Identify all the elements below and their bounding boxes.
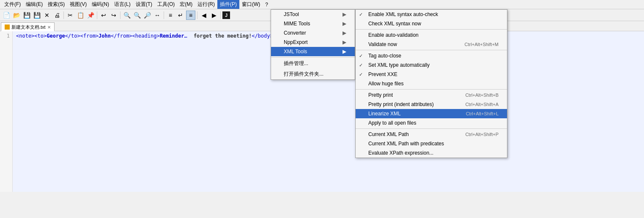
save-all-button[interactable]: 💾: [32, 11, 41, 20]
sep2: [97, 11, 97, 19]
menu-search[interactable]: 搜索(S): [45, 0, 67, 9]
shortcut-pretty-print-indent: Ctrl+Alt+Shift+A: [465, 102, 499, 107]
xml-tag-from-open: <from>: [80, 33, 99, 39]
xml-tag-note-open: <note>: [16, 33, 34, 39]
xmltools-current-xml-path[interactable]: Current XML Path Ctrl+Alt+Shift+P: [356, 130, 507, 139]
menu-help[interactable]: ?: [263, 1, 271, 8]
nav-left-button[interactable]: ◀: [199, 11, 208, 20]
plugin-menu-mimetools[interactable]: MIME Tools ▶: [271, 19, 355, 28]
new-button[interactable]: 📄: [2, 11, 11, 20]
plugin-menu: JSTool ▶ MIME Tools ▶ Converter ▶ NppExp…: [271, 9, 355, 80]
xml-tag-heading-open: <heading>: [132, 33, 160, 39]
menu-tools[interactable]: 工具(O): [155, 0, 177, 9]
replace-button[interactable]: ↔: [153, 11, 162, 20]
xml-tag-body-text-truncated: …: [184, 33, 187, 39]
menu-run[interactable]: 运行(R): [195, 0, 217, 9]
plugin-menu-open-folder[interactable]: 打开插件文件夹...: [271, 69, 355, 79]
menu-encode[interactable]: 编码(N): [89, 0, 112, 9]
xmltools-validate-now[interactable]: Validate now Ctrl+Alt+Shift+M: [356, 40, 507, 49]
sep4: [164, 11, 164, 19]
open-button[interactable]: 📂: [12, 11, 21, 20]
xmltools-evaluate-xpath[interactable]: Evaluate XPath expression...: [356, 148, 507, 158]
arrow-icon: ▶: [343, 21, 346, 27]
cut-button[interactable]: ✂: [66, 11, 75, 20]
tab-label: 新建文本文档.txt: [11, 24, 46, 30]
sep5: [197, 11, 197, 19]
print-button[interactable]: 🖨: [52, 11, 62, 20]
separator: [271, 57, 355, 57]
shortcut-current-path: Ctrl+Alt+Shift+P: [465, 132, 499, 137]
j-icon: J: [222, 11, 230, 19]
separator: [356, 89, 507, 90]
plugin-menu-manage[interactable]: 插件管理...: [271, 58, 355, 69]
wrap-button[interactable]: ↵: [176, 11, 185, 20]
xmltools-set-xml-type[interactable]: Set XML type automatically: [356, 60, 507, 70]
xmltools-tag-autoclose[interactable]: Tag auto-close: [356, 51, 507, 60]
indent-button[interactable]: ≡: [166, 11, 175, 20]
format-button[interactable]: ≡: [186, 11, 195, 20]
arrow-icon: ▶: [343, 49, 346, 54]
xmltools-check-now[interactable]: Check XML syntax now: [356, 19, 507, 28]
sep3: [120, 11, 121, 19]
menu-plugins[interactable]: 插件(P): [217, 0, 239, 9]
xml-content-john: John: [99, 33, 111, 39]
close-button[interactable]: ✕: [42, 11, 52, 20]
arrow-icon: ▶: [343, 30, 346, 36]
line-numbers: 1: [0, 31, 13, 192]
xmltools-linearize-xml[interactable]: Linearize XML Ctrl+Alt+Shift+L: [356, 109, 507, 118]
sep6: [220, 11, 221, 19]
arrow-icon: ▶: [343, 11, 346, 17]
plugin-menu-nppexport[interactable]: NppExport ▶: [271, 38, 355, 47]
menu-settings[interactable]: 设置(T): [133, 0, 155, 9]
separator: [356, 128, 507, 129]
xmltools-pretty-print[interactable]: Pretty print Ctrl+Alt+Shift+B: [356, 90, 507, 100]
zoom-out-button[interactable]: 🔍: [132, 11, 142, 20]
undo-button[interactable]: ↩: [99, 11, 108, 20]
zoom-in-button[interactable]: 🔍: [122, 11, 132, 20]
menubar: 文件(F) 编辑(E) 搜索(S) 视图(V) 编码(N) 语言(L) 设置(T…: [0, 0, 644, 9]
xmltools-current-xml-path-predicates[interactable]: Current XML Path with predicates: [356, 139, 507, 148]
xmltools-enable-autovalidation[interactable]: Enable auto-validation: [356, 30, 507, 40]
copy-button[interactable]: 📋: [76, 11, 85, 20]
menu-window[interactable]: 窗口(W): [239, 0, 263, 9]
xmltools-enable-syntax-check[interactable]: Enable XML syntax auto-check: [356, 10, 507, 19]
menu-file[interactable]: 文件(F): [2, 0, 23, 9]
menu-language[interactable]: 语言(L): [112, 0, 133, 9]
xml-content-reminder: Reminder: [160, 33, 184, 39]
redo-button[interactable]: ↪: [109, 11, 118, 20]
xmltools-prevent-xxe[interactable]: Prevent XXE: [356, 70, 507, 79]
nav-right-button[interactable]: ▶: [209, 11, 219, 20]
paste-button[interactable]: 📌: [86, 11, 95, 20]
separator: [356, 50, 507, 50]
xml-tag-to-open: <to>: [34, 33, 47, 39]
sep1: [63, 11, 64, 19]
file-type-icon: [5, 25, 10, 30]
menu-macro[interactable]: 宏(M): [177, 0, 195, 9]
shortcut-validate: Ctrl+Alt+Shift+M: [465, 42, 499, 47]
xmltools-pretty-print-indent[interactable]: Pretty print (indent attributes) Ctrl+Al…: [356, 100, 507, 109]
separator: [356, 29, 507, 30]
shortcut-linearize: Ctrl+Alt+Shift+L: [466, 111, 499, 116]
menu-edit[interactable]: 编辑(E): [23, 0, 45, 9]
shortcut-pretty-print: Ctrl+Alt+Shift+B: [465, 93, 499, 98]
xmltools-apply-all-open[interactable]: Apply to all open files: [356, 118, 507, 128]
tab-new-file[interactable]: 新建文本文档.txt ✕: [1, 22, 55, 31]
find-button[interactable]: 🔎: [143, 11, 152, 20]
xml-tag-from-close: </from>: [111, 33, 132, 39]
plugin-menu-converter[interactable]: Converter ▶: [271, 28, 355, 38]
xmltools-allow-huge-files[interactable]: Allow huge files: [356, 79, 507, 88]
xml-tag-to-close: </to>: [65, 33, 80, 39]
arrow-icon: ▶: [343, 39, 346, 45]
xmltools-menu: Enable XML syntax auto-check Check XML s…: [355, 9, 507, 158]
plugin-menu-jstool[interactable]: JSTool ▶: [271, 10, 355, 19]
line-number-1: 1: [3, 33, 10, 39]
menu-view[interactable]: 视图(V): [67, 0, 89, 9]
save-button[interactable]: 💾: [22, 11, 31, 20]
tab-close-button[interactable]: ✕: [47, 25, 51, 30]
plugin-menu-xmltools[interactable]: XML Tools ▶: [271, 47, 355, 56]
xml-content-george: George: [47, 33, 65, 39]
